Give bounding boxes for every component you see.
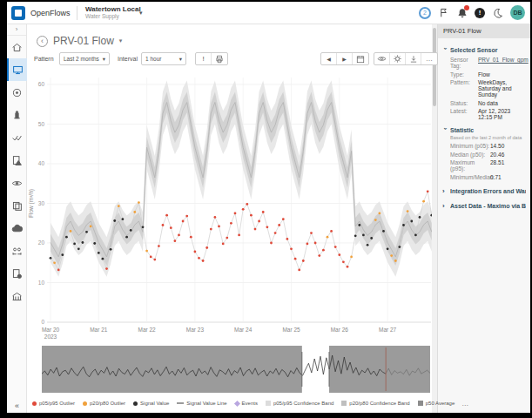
legend-item[interactable]: p20/p80 Outlier [83, 401, 125, 406]
sidebar-item-cloud-services[interactable] [7, 217, 27, 239]
left-sidebar: › « [7, 24, 27, 413]
legend-more-button[interactable]: … [461, 400, 468, 408]
sidebar-item-dashboards[interactable] [7, 58, 27, 81]
svg-text:Mar 27: Mar 27 [379, 327, 397, 333]
workspace-name: Watertown Local [85, 5, 141, 13]
chart-legend: p05/p95 Outlierp20/p80 OutlierSignal Val… [32, 397, 432, 409]
svg-text:50: 50 [38, 121, 45, 127]
svg-text:Mar 25: Mar 25 [282, 327, 300, 333]
sidebar-item-zones[interactable] [7, 81, 27, 104]
sensor-field: Sensor Tag:PRV_01_Flow_gpm [450, 57, 526, 69]
sidebar-item-data-management[interactable] [7, 262, 27, 285]
chart-toolbar: Pattern Last 2 months▾ Interval 1 hour▾ … [27, 51, 432, 68]
pan-left-button[interactable]: ◀ [321, 53, 337, 64]
legend-item[interactable]: p05/p95 Outlier [32, 401, 75, 406]
legend-item[interactable]: p05/p95 Confidence Band [266, 401, 333, 406]
sidebar-collapse-icon[interactable]: « [7, 401, 27, 410]
sidebar-expand-chevron-icon[interactable]: › [7, 24, 26, 36]
sidebar-item-hydrants[interactable] [7, 104, 27, 126]
chevron-right-icon: › [442, 187, 448, 195]
collapsed-section[interactable]: ›Asset Data - Maximo via BECS [442, 202, 526, 210]
chevron-down-icon: ▾ [103, 56, 105, 63]
sync-count-badge[interactable]: 2 [419, 7, 431, 19]
section-statistic[interactable]: › Statistic [442, 126, 526, 134]
help-icon[interactable]: ! [475, 8, 485, 18]
vertical-scrollbar[interactable] [432, 24, 437, 413]
alerts-icon [11, 155, 23, 166]
pattern-label: Pattern [34, 56, 54, 62]
legend-item[interactable]: p50 Average [418, 401, 455, 406]
page-title: PRV-01 Flow [53, 35, 114, 47]
home-icon [11, 42, 23, 53]
legend-item[interactable]: Events [235, 401, 258, 406]
legend-item[interactable]: Signal Value [133, 401, 169, 406]
legend-swatch-dot [133, 401, 138, 406]
notifications-bell-icon[interactable] [456, 7, 468, 18]
sidebar-item-utility[interactable] [7, 285, 27, 307]
tasks-icon [11, 132, 23, 144]
sidebar-item-reports[interactable] [7, 194, 27, 217]
flag-icon[interactable] [438, 7, 449, 18]
main-chart[interactable]: 0102030405060Mar 202023Mar 21Mar 22Mar 2… [27, 68, 432, 343]
print-button[interactable] [212, 53, 227, 64]
download-button[interactable] [406, 53, 421, 64]
svg-text:0: 0 [41, 319, 44, 325]
legend-item[interactable]: Signal Value Line [177, 401, 226, 406]
workspace-selector[interactable]: Watertown Local Water Supply [85, 5, 141, 19]
app-window: OpenFlows Watertown Local Water Supply ▾… [7, 2, 530, 413]
visibility-eye-button[interactable] [374, 53, 390, 64]
back-button[interactable]: ‹ [37, 36, 48, 47]
chevron-down-icon: ▾ [179, 56, 182, 63]
date-range-button[interactable] [353, 53, 368, 64]
range-navigator[interactable] [42, 345, 430, 394]
settings-gear-button[interactable] [390, 53, 406, 64]
sensor-tag-link[interactable]: PRV_01_Flow_gpm [478, 57, 529, 69]
workspace-caret-icon[interactable]: ▾ [139, 10, 143, 17]
operations-icon [11, 246, 23, 257]
svg-text:60: 60 [38, 81, 45, 87]
sidebar-item-alerts[interactable] [7, 149, 27, 172]
collapsed-section[interactable]: ›Integration Errors and Warnings [442, 187, 526, 195]
dark-mode-moon-icon[interactable] [492, 7, 503, 18]
sidebar-item-tasks[interactable] [7, 126, 27, 149]
screenshot-frame: OpenFlows Watertown Local Water Supply ▾… [0, 0, 532, 418]
sidebar-item-operations[interactable] [7, 239, 27, 262]
legend-swatch-square [266, 401, 271, 406]
interval-label: Interval [118, 56, 138, 62]
panel-header: PRV-01 Flow [438, 24, 530, 38]
pan-right-button[interactable]: ▶ [337, 53, 353, 64]
sidebar-item-home[interactable] [7, 36, 27, 58]
title-caret-icon[interactable]: ▾ [119, 37, 123, 44]
details-panel: PRV-01 Flow › Selected Sensor Sensor Tag… [437, 24, 530, 413]
chevron-down-icon: › [442, 128, 449, 133]
openflows-logo-icon[interactable] [11, 6, 25, 20]
chevron-right-icon: › [442, 202, 448, 210]
svg-text:Mar 22: Mar 22 [138, 327, 156, 333]
user-avatar[interactable]: DB [510, 5, 525, 20]
statistic-row: Maximum (p95):28.51 [450, 159, 526, 172]
svg-text:30: 30 [38, 200, 45, 206]
sensor-field: Type:Flow [450, 71, 526, 78]
svg-text:Flow (m³/h): Flow (m³/h) [28, 189, 35, 218]
statistic-row: Minimum (p05):14.50 [450, 143, 526, 149]
pattern-select[interactable]: Last 2 months▾ [59, 52, 110, 65]
svg-text:Mar 23: Mar 23 [186, 327, 205, 333]
legend-swatch-line [177, 402, 184, 404]
legend-swatch-dot [32, 401, 37, 406]
reports-icon [11, 200, 23, 212]
svg-text:40: 40 [38, 160, 45, 166]
dashboards-icon [12, 64, 24, 76]
legend-item[interactable]: p20/p80 Confidence Band [341, 401, 409, 406]
sidebar-item-smart-meters[interactable] [7, 172, 27, 194]
data-management-icon [11, 268, 23, 280]
section-selected-sensor[interactable]: › Selected Sensor [442, 46, 526, 54]
more-options-button[interactable]: … [421, 53, 437, 64]
events-exclamation-button[interactable]: ! [196, 53, 212, 64]
chevron-down-icon: › [442, 48, 449, 53]
svg-text:Mar 24: Mar 24 [234, 327, 253, 333]
sensor-field: Status:No data [450, 100, 526, 106]
interval-select[interactable]: 1 hour▾ [141, 52, 186, 65]
svg-text:20: 20 [38, 239, 45, 246]
scrollbar-thumb[interactable] [433, 28, 436, 106]
range-navigator-svg [42, 345, 430, 394]
